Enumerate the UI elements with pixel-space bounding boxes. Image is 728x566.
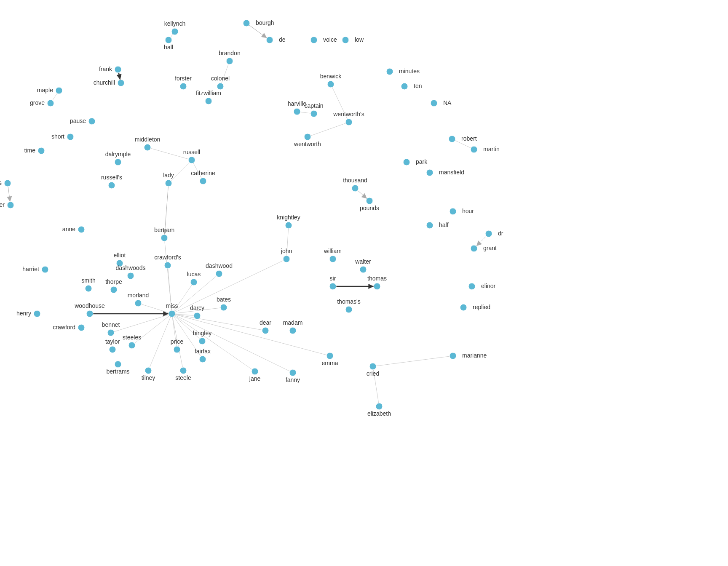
graph-canvas — [0, 0, 728, 566]
